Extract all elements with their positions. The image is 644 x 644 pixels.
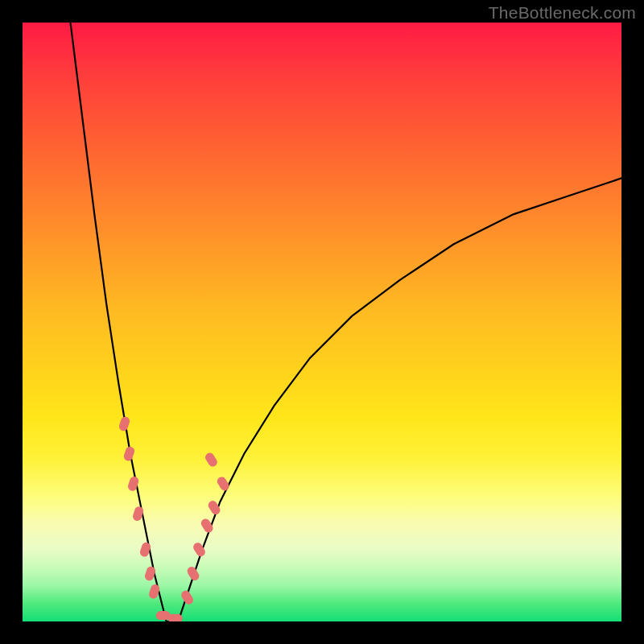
data-marker [118, 415, 130, 432]
plot-area [23, 23, 621, 621]
data-marker [122, 445, 135, 462]
data-marker [168, 614, 183, 621]
data-marker [148, 584, 161, 601]
data-marker [186, 565, 201, 582]
bottleneck-curve [71, 23, 622, 621]
watermark-text: TheBottleneck.com [489, 3, 636, 23]
data-marker [204, 452, 219, 469]
data-marker [143, 565, 156, 582]
data-marker [180, 589, 195, 606]
chart-svg [23, 23, 621, 621]
data-marker [200, 517, 215, 534]
outer-frame: TheBottleneck.com [0, 0, 644, 644]
